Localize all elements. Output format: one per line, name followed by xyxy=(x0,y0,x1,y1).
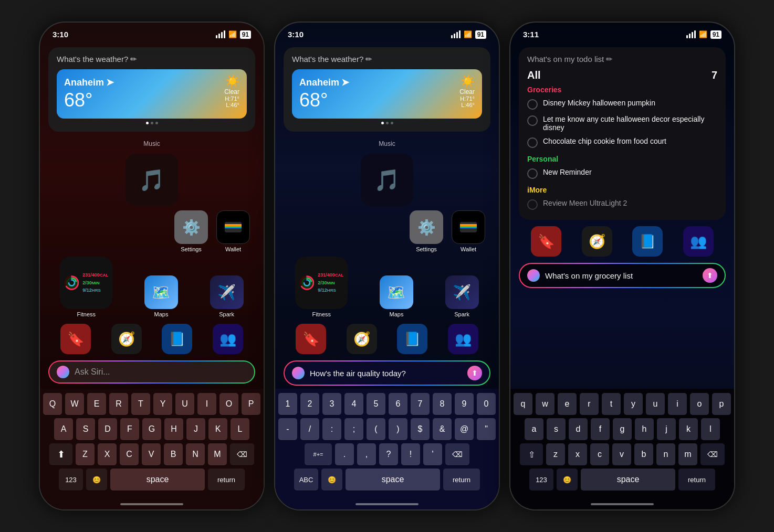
key-y-1[interactable]: Y xyxy=(153,393,172,415)
siri-typed-2[interactable]: How's the air quality today? xyxy=(310,369,462,378)
key-x-3[interactable]: x xyxy=(568,443,587,465)
key-s-3[interactable]: s xyxy=(547,418,566,440)
key-3-2[interactable]: 3 xyxy=(322,393,341,415)
key-d-1[interactable]: D xyxy=(98,418,117,440)
key-abc-2[interactable]: ABC xyxy=(294,469,318,491)
key-l-3[interactable]: l xyxy=(701,418,720,440)
wallet-app-1[interactable]: Wallet xyxy=(216,210,250,252)
key-emoji-2[interactable]: 😊 xyxy=(321,469,342,491)
key-123-3[interactable]: 123 xyxy=(529,469,553,491)
key-r-3[interactable]: r xyxy=(580,393,599,415)
key-y-3[interactable]: y xyxy=(624,393,643,415)
key-c-3[interactable]: c xyxy=(590,443,609,465)
wallet-app-2[interactable]: Wallet xyxy=(452,210,485,252)
key-return-3[interactable]: return xyxy=(678,469,715,491)
key-dot-2[interactable]: . xyxy=(335,443,354,465)
dock-icon-2a[interactable]: 🔖 xyxy=(296,324,326,354)
key-d-3[interactable]: d xyxy=(569,418,588,440)
dock-icon-3b[interactable]: 🧭 xyxy=(582,226,612,257)
key-g-3[interactable]: g xyxy=(613,418,632,440)
key-l-1[interactable]: L xyxy=(231,418,249,440)
key-del-3[interactable]: ⌫ xyxy=(700,443,725,465)
key-e-1[interactable]: E xyxy=(87,393,106,415)
key-lparen-2[interactable]: ( xyxy=(367,418,385,440)
fitness-app-2[interactable]: 231/400CAL 2/30MIN 9/12HRS Fitness xyxy=(295,257,348,317)
siri-send-2[interactable]: ⬆ xyxy=(467,366,482,380)
key-r-1[interactable]: R xyxy=(109,393,128,415)
key-emoji-1[interactable]: 😊 xyxy=(86,469,107,491)
key-return-1[interactable]: return xyxy=(208,469,245,491)
key-t-1[interactable]: T xyxy=(131,393,150,415)
dock-icon-3a[interactable]: 🔖 xyxy=(531,226,561,257)
music-app-2[interactable]: 🎵 xyxy=(361,154,413,206)
key-z-3[interactable]: z xyxy=(546,443,565,465)
dock-icon-2b[interactable]: 🧭 xyxy=(347,324,377,354)
key-m-3[interactable]: m xyxy=(678,443,697,465)
key-o-1[interactable]: O xyxy=(219,393,238,415)
key-p-3[interactable]: p xyxy=(712,393,731,415)
key-c-1[interactable]: C xyxy=(120,443,139,465)
key-6-2[interactable]: 6 xyxy=(389,393,407,415)
key-e-3[interactable]: e xyxy=(558,393,577,415)
key-emoji-3[interactable]: 😊 xyxy=(557,469,578,491)
dock-icon-3c[interactable]: 📘 xyxy=(632,226,663,257)
key-quote-2[interactable]: " xyxy=(477,418,496,440)
dock-icon-1a[interactable]: 🔖 xyxy=(60,324,91,354)
key-8-2[interactable]: 8 xyxy=(433,393,452,415)
siri-send-3[interactable]: ⬆ xyxy=(703,268,717,283)
key-space-1[interactable]: space xyxy=(110,469,205,491)
key-z-1[interactable]: Z xyxy=(76,443,95,465)
key-k-1[interactable]: K xyxy=(208,418,227,440)
key-shift-1[interactable]: ⬆ xyxy=(49,443,72,465)
key-at-2[interactable]: @ xyxy=(455,418,474,440)
key-i-1[interactable]: I xyxy=(197,393,216,415)
dock-icon-2c[interactable]: 📘 xyxy=(397,324,427,354)
dock-icon-1c[interactable]: 📘 xyxy=(162,324,192,354)
key-hash-2[interactable]: #+= xyxy=(305,443,332,465)
key-s-1[interactable]: S xyxy=(76,418,95,440)
key-space-3[interactable]: space xyxy=(581,469,675,491)
todo-circle-2[interactable] xyxy=(527,115,538,126)
key-rparen-2[interactable]: ) xyxy=(389,418,407,440)
key-comma-2[interactable]: , xyxy=(357,443,376,465)
key-v-1[interactable]: V xyxy=(142,443,161,465)
maps-app-1[interactable]: 🗺️ Maps xyxy=(144,275,178,317)
key-apos-2[interactable]: ' xyxy=(423,443,442,465)
key-b-1[interactable]: B xyxy=(164,443,183,465)
key-minus-2[interactable]: - xyxy=(278,418,297,440)
key-slash-2[interactable]: / xyxy=(300,418,319,440)
key-excl-2[interactable]: ! xyxy=(401,443,420,465)
dock-icon-1b[interactable]: 🧭 xyxy=(111,324,142,354)
key-del-2[interactable]: ⌫ xyxy=(445,443,469,465)
key-v-3[interactable]: v xyxy=(612,443,631,465)
key-dollar-2[interactable]: $ xyxy=(411,418,430,440)
key-q-1[interactable]: Q xyxy=(43,393,62,415)
key-1-2[interactable]: 1 xyxy=(278,393,297,415)
siri-typed-3[interactable]: What's on my grocery list xyxy=(545,271,697,280)
key-j-3[interactable]: j xyxy=(657,418,676,440)
key-semi-2[interactable]: ; xyxy=(344,418,363,440)
key-u-3[interactable]: u xyxy=(646,393,665,415)
key-q-3[interactable]: q xyxy=(514,393,532,415)
key-h-1[interactable]: H xyxy=(164,418,183,440)
key-x-1[interactable]: X xyxy=(98,443,117,465)
key-t-3[interactable]: t xyxy=(602,393,621,415)
key-u-1[interactable]: U xyxy=(175,393,194,415)
key-h-3[interactable]: h xyxy=(635,418,654,440)
key-space-2[interactable]: space xyxy=(346,469,440,491)
fitness-app-1[interactable]: 231/400CAL 2/30MIN 9/12HRS Fitness xyxy=(60,257,112,317)
key-b-3[interactable]: b xyxy=(634,443,653,465)
key-shift-3[interactable]: ⇧ xyxy=(520,443,543,465)
key-w-3[interactable]: w xyxy=(536,393,555,415)
spark-app-2[interactable]: ✈️ Spark xyxy=(445,275,479,317)
todo-circle-4[interactable] xyxy=(527,168,538,179)
key-m-1[interactable]: M xyxy=(208,443,227,465)
key-f-3[interactable]: f xyxy=(591,418,610,440)
key-9-2[interactable]: 9 xyxy=(455,393,474,415)
key-p-1[interactable]: P xyxy=(242,393,260,415)
key-i-3[interactable]: i xyxy=(668,393,687,415)
music-app-1[interactable]: 🎵 xyxy=(125,154,178,206)
settings-app-1[interactable]: ⚙️ Settings xyxy=(174,210,208,252)
todo-circle-3[interactable] xyxy=(527,137,538,148)
key-2-2[interactable]: 2 xyxy=(300,393,319,415)
